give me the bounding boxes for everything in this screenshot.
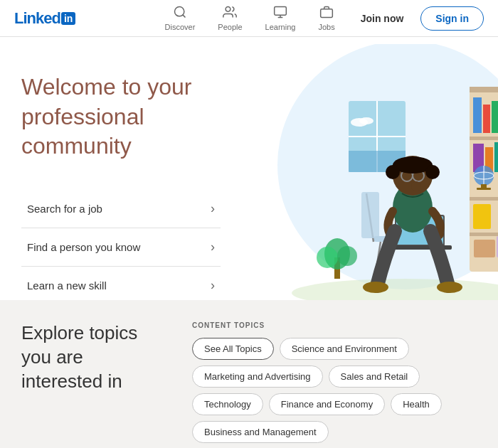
nav-label-learning: Learning xyxy=(265,23,296,31)
svg-rect-26 xyxy=(492,208,498,229)
explore-right: CONTENT TOPICS See All Topics Science an… xyxy=(192,321,477,448)
topic-technology[interactable]: Technology xyxy=(192,393,263,415)
hero-section: Welcome to your professional community S… xyxy=(0,37,498,300)
svg-rect-11 xyxy=(473,97,482,133)
svg-rect-25 xyxy=(473,204,491,229)
svg-rect-15 xyxy=(470,137,498,140)
chevron-right-icon-3: › xyxy=(211,278,215,293)
svg-rect-27 xyxy=(470,233,498,236)
svg-rect-13 xyxy=(492,101,498,133)
svg-point-0 xyxy=(174,7,184,16)
chevron-right-icon-2: › xyxy=(211,240,215,255)
svg-rect-3 xyxy=(275,7,287,16)
hero-links: Search for a job › Find a person you kno… xyxy=(21,190,221,300)
explore-title: Explore topics you are interested in xyxy=(21,321,164,393)
hero-link-label-search-job: Search for a job xyxy=(27,203,102,215)
svg-rect-24 xyxy=(470,197,498,201)
svg-point-60 xyxy=(411,181,421,191)
svg-rect-18 xyxy=(494,142,498,172)
topic-business[interactable]: Business and Management xyxy=(192,421,329,443)
explore-section: Explore topics you are interested in CON… xyxy=(0,300,498,448)
nav-items: Discover People Learning Jobs Join xyxy=(157,2,484,34)
topic-health[interactable]: Health xyxy=(391,393,442,415)
nav-item-discover[interactable]: Discover xyxy=(157,2,204,34)
svg-point-55 xyxy=(363,282,388,293)
jobs-icon xyxy=(319,5,334,21)
logo[interactable]: Linkedin xyxy=(14,9,75,28)
svg-point-2 xyxy=(226,7,231,12)
svg-point-8 xyxy=(292,279,498,300)
svg-rect-28 xyxy=(474,240,495,257)
logo-in: in xyxy=(61,12,75,25)
explore-left: Explore topics you are interested in xyxy=(21,321,164,448)
topic-sales[interactable]: Sales and Retail xyxy=(329,366,420,388)
people-icon xyxy=(223,5,237,21)
nav-label-discover: Discover xyxy=(165,23,196,31)
topic-finance[interactable]: Finance and Economy xyxy=(269,393,385,415)
svg-point-58 xyxy=(386,165,400,179)
signin-button[interactable]: Sign in xyxy=(420,6,484,31)
svg-rect-10 xyxy=(470,87,498,92)
chevron-right-icon-1: › xyxy=(211,201,215,216)
hero-link-label-find-person: Find a person you know xyxy=(27,241,140,253)
content-topics-label: CONTENT TOPICS xyxy=(192,321,477,329)
nav-item-learning[interactable]: Learning xyxy=(257,2,304,34)
nav-label-jobs: Jobs xyxy=(318,23,334,31)
hero-link-label-learn-skill: Learn a new skill xyxy=(27,279,107,292)
svg-point-38 xyxy=(317,247,338,268)
svg-point-34 xyxy=(359,117,374,124)
svg-point-59 xyxy=(425,165,440,179)
hero-link-find-person[interactable]: Find a person you know › xyxy=(21,228,221,267)
topic-marketing[interactable]: Marketing and Advertising xyxy=(192,366,323,388)
learning-icon xyxy=(273,5,287,21)
hero-link-learn-skill[interactable]: Learn a new skill › xyxy=(21,267,221,300)
navbar: Linkedin Discover People Learning xyxy=(0,0,498,37)
discover-icon xyxy=(173,5,187,21)
nav-item-people[interactable]: People xyxy=(209,2,250,34)
logo-text: Linked xyxy=(14,9,60,28)
nav-label-people: People xyxy=(218,23,242,31)
join-button[interactable]: Join now xyxy=(349,7,415,30)
topic-science[interactable]: Science and Environment xyxy=(280,338,409,360)
topic-see-all[interactable]: See All Topics xyxy=(192,338,274,360)
svg-rect-12 xyxy=(483,105,490,133)
svg-rect-23 xyxy=(477,188,491,190)
svg-rect-44 xyxy=(361,192,379,238)
hero-content: Welcome to your professional community S… xyxy=(0,37,242,300)
topics-grid: See All Topics Science and Environment M… xyxy=(192,338,477,443)
svg-point-39 xyxy=(337,246,357,266)
svg-rect-6 xyxy=(321,9,333,18)
svg-point-56 xyxy=(437,282,462,293)
hero-illustration xyxy=(228,37,498,300)
nav-item-jobs[interactable]: Jobs xyxy=(309,2,343,34)
hero-link-search-job[interactable]: Search for a job › xyxy=(21,190,221,228)
svg-line-1 xyxy=(183,15,186,18)
hero-title: Welcome to your professional community xyxy=(21,73,221,161)
